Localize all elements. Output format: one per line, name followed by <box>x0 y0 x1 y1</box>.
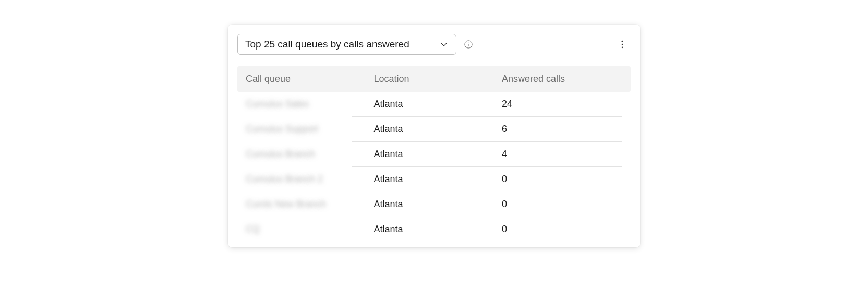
cell-location: Atlanta <box>373 149 501 160</box>
more-vertical-icon[interactable] <box>617 39 628 50</box>
cell-queue: CQ <box>246 224 373 235</box>
cell-queue: Cumulus Branch <box>246 149 373 160</box>
cell-answered: 0 <box>502 224 622 235</box>
cell-location: Atlanta <box>373 174 501 185</box>
cell-location: Atlanta <box>373 124 501 135</box>
column-header-location: Location <box>373 74 501 85</box>
row-divider <box>352 242 622 242</box>
cell-queue: Cumulus Support <box>246 124 373 135</box>
column-header-queue: Call queue <box>246 74 373 85</box>
cell-answered: 6 <box>502 124 622 135</box>
cell-location: Atlanta <box>373 199 501 210</box>
svg-point-3 <box>622 40 623 42</box>
table-body: Cumulus Sales Atlanta 24 Cumulus Support… <box>237 92 631 242</box>
card-header: Top 25 call queues by calls answered <box>237 34 631 55</box>
cell-answered: 24 <box>502 99 622 110</box>
call-queues-table: Call queue Location Answered calls Cumul… <box>237 66 631 242</box>
table-row: CQ Atlanta 0 <box>237 217 631 242</box>
cell-queue: Cumulus Branch 2 <box>246 174 373 185</box>
cell-answered: 4 <box>502 149 622 160</box>
table-row: Cumulus Support Atlanta 6 <box>237 117 631 141</box>
call-queues-card: Top 25 call queues by calls answered <box>228 25 640 247</box>
svg-point-5 <box>622 46 623 48</box>
cell-location: Atlanta <box>373 224 501 235</box>
column-header-answered: Answered calls <box>502 74 622 85</box>
chevron-down-icon <box>439 40 449 49</box>
table-row: Cumulus Branch 2 Atlanta 0 <box>237 167 631 192</box>
table-row: Cumls New Branch Atlanta 0 <box>237 192 631 217</box>
svg-point-2 <box>468 42 469 43</box>
svg-point-4 <box>622 43 623 45</box>
table-row: Cumulus Sales Atlanta 24 <box>237 92 631 116</box>
header-left: Top 25 call queues by calls answered <box>237 34 473 55</box>
cell-answered: 0 <box>502 199 622 210</box>
dropdown-label: Top 25 call queues by calls answered <box>245 39 409 50</box>
cell-queue: Cumulus Sales <box>246 99 373 110</box>
metric-dropdown[interactable]: Top 25 call queues by calls answered <box>237 34 456 55</box>
info-icon[interactable] <box>464 40 473 49</box>
table-row: Cumulus Branch Atlanta 4 <box>237 142 631 166</box>
cell-queue: Cumls New Branch <box>246 199 373 210</box>
cell-answered: 0 <box>502 174 622 185</box>
table-header: Call queue Location Answered calls <box>237 66 631 92</box>
cell-location: Atlanta <box>373 99 501 110</box>
